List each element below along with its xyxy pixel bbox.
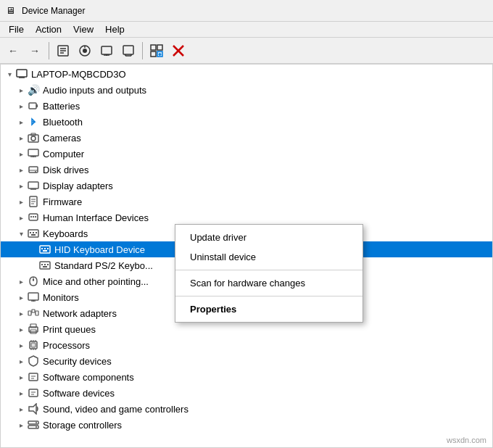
tree-item-audio[interactable]: 🔊 Audio inputs and outputs	[1, 82, 492, 98]
context-menu: Update driver Uninstall device Scan for …	[175, 224, 363, 323]
title-bar: 🖥 Device Manager	[0, 0, 493, 22]
tree-item-softwaredevices[interactable]: Software devices	[1, 385, 492, 401]
storagecontrollers-expander[interactable]	[15, 419, 27, 431]
svg-point-90	[36, 422, 37, 423]
context-menu-update-driver[interactable]: Update driver	[175, 228, 362, 247]
audio-expander[interactable]	[15, 84, 27, 96]
menu-file[interactable]: File	[3, 22, 30, 36]
keyboards-expander[interactable]	[15, 228, 27, 239]
root-expander[interactable]	[4, 68, 15, 80]
tree-item-displayadapters[interactable]: Display adapters	[1, 178, 492, 194]
properties-toolbar-button[interactable]	[53, 41, 73, 61]
tree-item-bluetooth[interactable]: Bluetooth	[1, 114, 492, 130]
svg-rect-62	[28, 293, 38, 300]
hid-expander[interactable]	[15, 212, 27, 223]
svg-rect-16	[151, 51, 156, 57]
firmware-expander[interactable]	[15, 196, 27, 207]
context-menu-properties[interactable]: Properties	[175, 299, 362, 319]
svg-rect-42	[30, 216, 32, 217]
softwaredevices-icon	[27, 386, 40, 399]
softwaredevices-expander[interactable]	[15, 387, 27, 399]
softwarecomponents-expander[interactable]	[15, 371, 27, 383]
displayadapters-expander[interactable]	[15, 180, 27, 191]
tree-item-printqueues[interactable]: Print queues	[1, 321, 492, 337]
tree-item-storagecontrollers[interactable]: Storage controllers	[1, 417, 492, 433]
hid-keyboard-icon	[38, 243, 51, 256]
svg-rect-22	[17, 70, 27, 77]
monitors-label: Monitors	[43, 292, 79, 303]
cameras-icon	[27, 131, 40, 144]
tree-item-firmware[interactable]: Firmware	[1, 194, 492, 210]
svg-rect-7	[102, 46, 112, 54]
computer-icon	[15, 67, 28, 80]
bluetooth-label: Bluetooth	[43, 117, 83, 128]
computer-label: Computer	[43, 149, 84, 159]
monitors-expander[interactable]	[15, 291, 27, 303]
tree-item-processors[interactable]: Processors	[1, 337, 492, 353]
svg-rect-15	[157, 45, 162, 50]
svg-rect-43	[33, 216, 34, 217]
soundvideo-label: Sound, video and game controllers	[43, 404, 188, 415]
forward-button[interactable]: →	[25, 41, 45, 61]
refresh-toolbar-button[interactable]	[118, 41, 138, 61]
computer-expander[interactable]	[15, 148, 27, 159]
scan-toolbar-button[interactable]	[96, 41, 117, 61]
networkadapters-label: Network adapters	[43, 308, 117, 319]
tree-item-soundvideo[interactable]: Sound, video and game controllers	[1, 401, 492, 417]
menu-help[interactable]: Help	[99, 22, 130, 36]
context-menu-separator-2	[175, 296, 362, 296]
printqueues-icon	[27, 323, 40, 336]
tree-item-batteries[interactable]: Batteries	[1, 98, 492, 114]
printqueues-expander[interactable]	[15, 323, 27, 335]
tree-item-hid[interactable]: Human Interface Devices	[1, 210, 492, 225]
diskdrives-expander[interactable]	[15, 164, 27, 175]
processors-icon	[27, 339, 40, 352]
toolbar: ← →	[0, 38, 493, 64]
context-menu-separator-1	[175, 270, 362, 270]
tree-item-softwarecomponents[interactable]: Software components	[1, 369, 492, 385]
add-icon	[150, 44, 163, 57]
svg-rect-10	[123, 46, 133, 54]
tree-item-computer[interactable]: Computer	[1, 146, 492, 162]
svg-rect-46	[30, 232, 31, 233]
add-button[interactable]	[146, 41, 167, 61]
bluetooth-expander[interactable]	[15, 116, 27, 128]
batteries-expander[interactable]	[15, 100, 27, 112]
svg-rect-74	[31, 343, 36, 347]
menu-view[interactable]: View	[67, 22, 99, 36]
svg-rect-52	[44, 248, 46, 249]
networkadapters-expander[interactable]	[15, 307, 27, 319]
toolbar-separator-2	[142, 42, 143, 59]
remove-button[interactable]	[168, 41, 188, 61]
mice-icon	[27, 275, 40, 288]
update-driver-toolbar-button[interactable]	[75, 41, 95, 61]
properties-icon	[57, 44, 70, 57]
context-menu-uninstall-device[interactable]: Uninstall device	[175, 247, 362, 267]
soundvideo-expander[interactable]	[15, 403, 27, 415]
svg-rect-25	[36, 104, 38, 107]
cameras-label: Cameras	[43, 133, 81, 144]
ps2-keyboard-label: Standard PS/2 Keybo...	[54, 260, 153, 271]
mice-expander[interactable]	[15, 275, 27, 287]
context-menu-scan-changes[interactable]: Scan for hardware changes	[175, 273, 362, 293]
svg-rect-59	[43, 266, 47, 267]
firmware-label: Firmware	[43, 196, 82, 207]
back-button[interactable]: ←	[3, 41, 23, 61]
tree-item-securitydevices[interactable]: Security devices	[1, 353, 492, 369]
watermark: wsxdn.com	[447, 436, 486, 444]
processors-expander[interactable]	[15, 339, 27, 351]
firmware-icon	[27, 195, 40, 208]
storagecontrollers-label: Storage controllers	[43, 420, 122, 431]
networkadapters-icon	[27, 307, 40, 320]
menu-action[interactable]: Action	[30, 22, 67, 36]
tree-item-diskdrives[interactable]: Disk drives	[1, 162, 492, 178]
tree-root[interactable]: LAPTOP-MQBCDD3O	[1, 66, 492, 82]
title-bar-icon: 🖥	[6, 5, 17, 17]
securitydevices-expander[interactable]	[15, 355, 27, 367]
tree-item-cameras[interactable]: Cameras	[1, 130, 492, 146]
svg-rect-24	[29, 103, 36, 109]
cameras-expander[interactable]	[15, 132, 27, 144]
main-area: LAPTOP-MQBCDD3O 🔊 Audio inputs and outpu…	[0, 64, 493, 448]
update-driver-icon	[78, 44, 91, 57]
audio-icon: 🔊	[27, 83, 40, 96]
